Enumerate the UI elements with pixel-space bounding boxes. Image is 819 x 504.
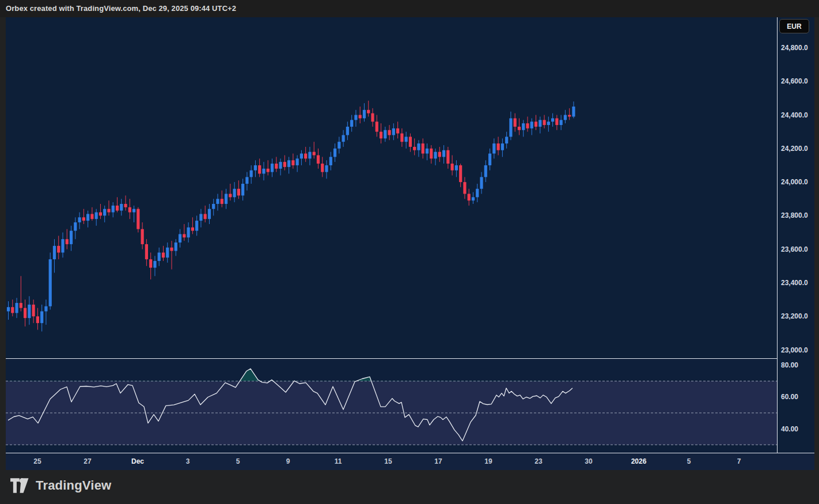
candle-body <box>459 165 462 182</box>
candle-body <box>40 311 43 323</box>
candle-body <box>245 177 248 184</box>
candle-wick <box>268 160 268 175</box>
candle-body <box>216 199 219 204</box>
candle-body <box>522 123 525 130</box>
rsi-pane[interactable] <box>6 359 777 453</box>
candle-body <box>267 169 270 172</box>
candle-body <box>124 204 127 207</box>
rsi-axis-label: 40.00 <box>781 425 798 433</box>
price-axis[interactable]: EUR 24,800.024,600.024,400.024,200.024,0… <box>778 17 814 453</box>
candle-body <box>128 207 131 213</box>
title-bar: Orbex created with TradingView.com, Dec … <box>0 0 819 17</box>
candle-body <box>396 128 399 134</box>
candle-body <box>363 110 366 119</box>
price-axis-label: 23,800.0 <box>781 211 808 219</box>
time-axis[interactable]: 2527Dec359111517192330202657 <box>6 453 814 470</box>
candle-body <box>212 204 215 209</box>
candle-body <box>480 177 483 188</box>
candle-body <box>359 115 362 119</box>
candlestick-pane[interactable] <box>6 17 777 358</box>
candle-body <box>354 115 357 120</box>
candle-wick <box>134 206 134 222</box>
candle-body <box>472 197 475 200</box>
candle-body <box>451 164 454 170</box>
candle-body <box>380 132 382 139</box>
candle-body <box>329 157 332 165</box>
candle-body <box>555 118 558 125</box>
time-axis-label: 11 <box>335 457 342 465</box>
time-axis-label: 3 <box>186 457 190 465</box>
candle-body <box>204 214 207 219</box>
price-axis-label: 23,200.0 <box>781 312 808 320</box>
candle-body <box>400 134 403 142</box>
time-axis-label: 23 <box>534 457 542 465</box>
candle-body <box>560 120 563 125</box>
candlestick-chart[interactable] <box>6 17 777 358</box>
candle-body <box>505 137 508 143</box>
time-axis-label: 19 <box>484 457 492 465</box>
candle-body <box>422 143 424 153</box>
candle-body <box>95 213 98 219</box>
candle-body <box>250 170 253 177</box>
candle-wick <box>84 209 84 224</box>
rsi-axis-label: 60.00 <box>781 393 798 401</box>
candle-body <box>262 169 265 174</box>
candle-body <box>7 307 10 311</box>
candle-body <box>509 118 512 137</box>
rsi-indicator-chart[interactable] <box>6 359 777 453</box>
currency-badge[interactable]: EUR <box>779 19 809 33</box>
candle-body <box>308 152 311 159</box>
price-axis-label: 24,400.0 <box>781 111 808 119</box>
price-axis-label: 24,000.0 <box>781 178 808 186</box>
candle-wick <box>230 184 230 200</box>
candle-body <box>367 110 370 113</box>
candle-wick <box>192 217 193 234</box>
tradingview-wordmark: TradingView <box>36 478 111 493</box>
candle-body <box>195 221 198 230</box>
candle-body <box>526 123 529 128</box>
candle-body <box>371 113 374 122</box>
price-axis-label: 24,600.0 <box>781 77 808 85</box>
candle-wick <box>108 200 109 215</box>
candle-body <box>313 152 316 156</box>
candle-body <box>417 143 420 150</box>
candle-body <box>564 115 567 120</box>
candle-body <box>208 209 211 219</box>
candle-body <box>57 246 60 253</box>
candle-body <box>484 165 487 177</box>
candle-body <box>225 194 227 204</box>
rsi-band-fill <box>6 381 777 445</box>
candle-body <box>271 164 274 172</box>
candle-body <box>291 160 294 165</box>
candle-body <box>28 305 31 318</box>
candle-body <box>136 209 139 229</box>
candle-body <box>350 120 353 127</box>
candle-body <box>543 120 545 125</box>
candle-body <box>199 214 202 221</box>
candle-wick <box>126 195 126 210</box>
time-axis-label: 5 <box>236 457 240 465</box>
candle-body <box>44 306 47 312</box>
candle-wick <box>46 300 46 325</box>
candle-body <box>317 155 320 164</box>
candle-body <box>254 165 257 170</box>
candle-body <box>20 303 22 308</box>
candle-wick <box>569 108 570 120</box>
candle-body <box>409 137 412 146</box>
candle-body <box>158 252 161 261</box>
price-axis-label: 24,800.0 <box>781 44 808 52</box>
candle-body <box>145 244 148 259</box>
candle-body <box>99 213 102 216</box>
candle-body <box>321 164 324 172</box>
candle-body <box>304 154 307 159</box>
candle-body <box>229 194 232 198</box>
candle-wick <box>172 241 172 270</box>
tradingview-logo[interactable]: TradingView <box>10 478 111 493</box>
candle-body <box>296 158 299 165</box>
candle-body <box>153 261 156 268</box>
candle-body <box>568 115 571 117</box>
candle-body <box>342 135 345 142</box>
candle-body <box>166 248 169 257</box>
candle-body <box>187 228 190 237</box>
candle-body <box>24 308 26 318</box>
